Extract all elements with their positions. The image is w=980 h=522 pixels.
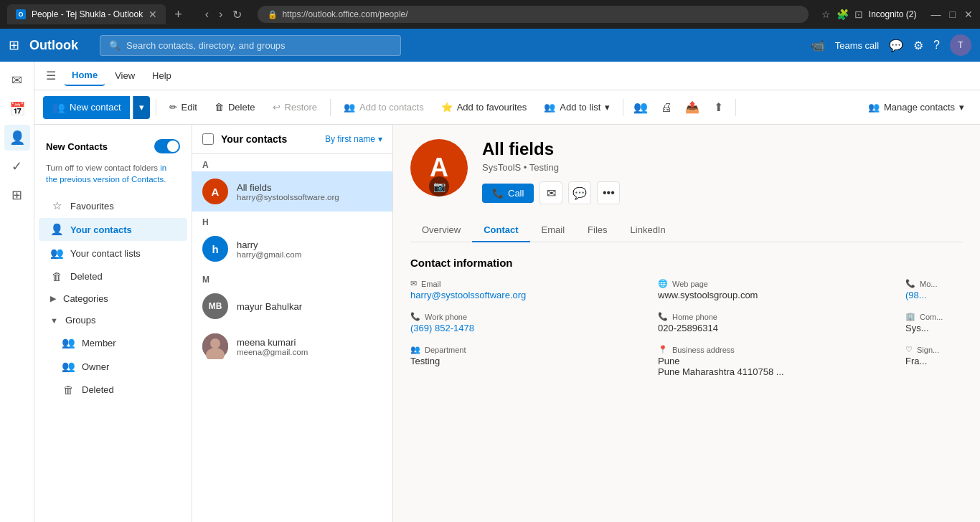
nav-right-actions: 📹 Teams call 💬 ⚙ ? T [811,34,971,56]
extensions-icon[interactable]: 🧩 [837,9,849,20]
brand-logo: Outlook [29,38,78,53]
tab-title: People - Tej Shukla - Outlook [32,9,143,19]
back-button[interactable]: ‹ [202,5,212,24]
split-view-icon[interactable]: ⊡ [854,9,863,20]
url-text: https://outlook.office.com/people/ [282,9,407,19]
help-icon[interactable]: ? [933,39,940,52]
browser-controls: ‹ › ↻ [202,5,245,24]
global-search[interactable]: 🔍 Search contacts, directory, and groups [100,35,401,56]
address-bar[interactable]: 🔒 https://outlook.office.com/people/ [258,6,808,23]
chat-icon[interactable]: 💬 [889,39,903,52]
new-tab-button[interactable]: + [174,7,182,22]
teams-call-label: Teams call [835,40,879,51]
favicon-icon: O [16,9,26,19]
browser-chrome: O People - Tej Shukla - Outlook ✕ + ‹ › … [0,0,980,29]
avatar[interactable]: T [950,34,971,56]
forward-button[interactable]: › [216,5,225,24]
search-icon: 🔍 [109,40,121,51]
incognito-badge: Incognito (2) [869,9,917,19]
refresh-button[interactable]: ↻ [230,5,245,24]
settings-icon[interactable]: ⚙ [913,39,923,52]
close-window-button[interactable]: ✕ [964,9,973,20]
tab-close-button[interactable]: ✕ [149,9,157,20]
search-placeholder: Search contacts, directory, and groups [126,40,286,51]
lock-icon: 🔒 [268,10,278,19]
video-call-icon[interactable]: 📹 [811,39,825,52]
minimize-button[interactable]: — [931,9,941,20]
outlook-navbar: ⊞ Outlook 🔍 Search contacts, directory, … [0,29,980,62]
waffle-icon[interactable]: ⊞ [9,37,19,53]
browser-actions: ☆ 🧩 ⊡ Incognito (2) [821,9,917,20]
browser-tab[interactable]: O People - Tej Shukla - Outlook ✕ [7,4,166,24]
bookmark-icon[interactable]: ☆ [821,9,831,20]
maximize-button[interactable]: □ [950,9,956,20]
window-controls: — □ ✕ [931,9,973,20]
